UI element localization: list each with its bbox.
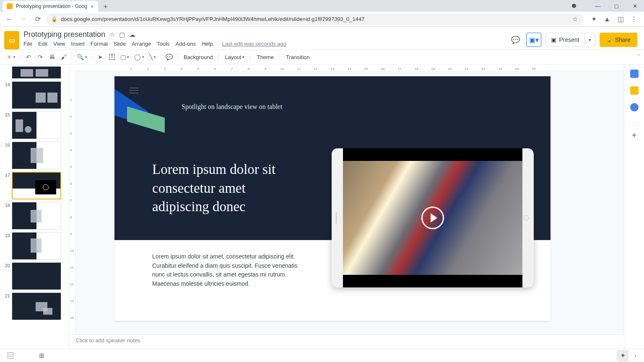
footer-bar: ⿳ ⊞ ✦ › (0, 349, 644, 362)
workspace: 14 15 16 17 18 19 20 21 1234567891011121… (0, 65, 644, 349)
calendar-icon[interactable] (630, 70, 639, 78)
share-button[interactable]: 🔒 Share (600, 33, 637, 47)
thumb-13-partial[interactable] (12, 66, 61, 79)
window-maximize[interactable]: ◻ (607, 0, 626, 12)
cloud-status-icon[interactable]: ☁ (129, 31, 135, 39)
slide-canvas[interactable]: Spotlight on landscape view on tablet Lo… (114, 76, 551, 321)
slide-heading[interactable]: Lorem ipsum dolor sit consectetur amet a… (152, 160, 275, 216)
menu-slide[interactable]: Slide (114, 41, 126, 47)
present-button[interactable]: ▣ Present (546, 33, 584, 47)
filmstrip-view-icon[interactable]: ⿳ (8, 352, 14, 359)
move-icon[interactable]: ▢ (119, 31, 125, 39)
horizontal-ruler: 1234567891011121314151617181920212223242… (69, 65, 624, 71)
thumb-21[interactable] (12, 292, 61, 320)
bookmark-star-icon[interactable]: ☆ (572, 16, 578, 23)
present-button-group: ▣ Present ▾ (545, 33, 595, 47)
lock-icon: 🔒 (51, 16, 57, 22)
shape-tool[interactable]: ◯▾ (132, 52, 146, 62)
thumb-16[interactable] (12, 142, 61, 169)
profile-avatar[interactable] (572, 4, 576, 8)
tablet-screen (343, 148, 522, 287)
toolbar: ＋▾ ↶ ↷ 🖶 🖌 🔍▾ ➤ 🅃 ▢▾ ◯▾ ╲▾ 💬 Background … (0, 49, 644, 65)
nav-forward-icon[interactable]: → (18, 13, 29, 25)
print-button[interactable]: 🖶 (47, 52, 57, 62)
extension-item-icon[interactable]: ▲ (603, 15, 611, 23)
account-icon[interactable]: ◫ (616, 15, 625, 23)
speaker-notes[interactable]: Click to add speaker notes (69, 334, 624, 349)
new-tab-button[interactable]: + (101, 2, 111, 12)
menu-help[interactable]: Help (202, 41, 213, 47)
url-text: docs.google.com/presentation/d/1cUuRKewg… (61, 16, 364, 22)
window-controls: — ◻ ✕ (572, 0, 644, 12)
present-icon: ▣ (551, 36, 556, 43)
thumb-19[interactable] (12, 232, 61, 260)
keep-icon[interactable] (630, 86, 639, 95)
select-tool[interactable]: ➤ (95, 52, 106, 62)
filmstrip[interactable]: 14 15 16 17 18 19 20 21 (0, 65, 69, 349)
chrome-menu-icon[interactable]: ⋮ (630, 15, 638, 23)
paint-format-button[interactable]: 🖌 (58, 52, 69, 62)
sidebar-collapse-icon[interactable]: › (634, 352, 636, 359)
zoom-button[interactable]: 🔍▾ (75, 52, 89, 62)
layout-button[interactable]: Layout▾ (221, 52, 248, 62)
omnibox[interactable]: 🔒 docs.google.com/presentation/d/1cUuRKe… (46, 13, 583, 25)
grid-view-icon[interactable]: ⊞ (39, 352, 44, 359)
thumb-17[interactable] (12, 172, 61, 199)
present-with-meet-icon[interactable]: ▣▾ (526, 33, 541, 47)
tasks-icon[interactable] (630, 103, 639, 111)
window-close[interactable]: ✕ (626, 0, 644, 12)
undo-button[interactable]: ↶ (23, 52, 34, 62)
star-icon[interactable]: ☆ (109, 31, 115, 39)
nav-reload-icon[interactable]: ⟳ (32, 13, 44, 25)
slides-favicon (7, 3, 13, 9)
nav-back-icon[interactable]: ← (3, 13, 15, 25)
tab-close-icon[interactable]: × (91, 3, 94, 10)
menu-edit[interactable]: Edit (38, 41, 47, 47)
tablet-frame[interactable] (332, 148, 534, 287)
present-dropdown[interactable]: ▾ (585, 37, 595, 43)
menu-file[interactable]: File (23, 41, 32, 47)
browser-window: Prototyping presentation - Goog × + — ◻ … (0, 0, 644, 362)
canvas-area: 1234567891011121314151617181920212223242… (69, 65, 624, 349)
image-tool[interactable]: ▢▾ (118, 52, 131, 62)
menu-insert[interactable]: Insert (71, 41, 85, 47)
theme-button[interactable]: Theme (253, 52, 277, 62)
thumb-15[interactable] (12, 111, 61, 139)
extensions-icon[interactable]: ✦ (589, 15, 598, 23)
thumb-20[interactable] (12, 262, 61, 290)
thumb-18[interactable] (12, 202, 61, 230)
play-button-icon[interactable] (421, 207, 444, 229)
lock-icon: 🔒 (606, 37, 613, 43)
hamburger-icon (129, 88, 138, 93)
menu-tools[interactable]: Tools (157, 41, 169, 47)
slide-subtitle[interactable]: Spotlight on landscape view on tablet (182, 103, 282, 111)
menu-view[interactable]: View (53, 41, 65, 47)
app-header: ▭ Prototyping presentation ☆ ▢ ☁ File Ed… (0, 27, 644, 49)
vertical-ruler: 1234567891011121314 (69, 71, 76, 349)
line-tool[interactable]: ╲▾ (147, 52, 158, 62)
add-addon-icon[interactable]: + (630, 131, 639, 140)
edit-status[interactable]: Last edit was seconds ago (222, 41, 286, 47)
thumb-14[interactable] (12, 81, 61, 109)
doc-title[interactable]: Prototyping presentation (23, 30, 105, 39)
background-button[interactable]: Background (180, 52, 216, 62)
slides-logo[interactable]: ▭ (4, 31, 19, 49)
side-panel: + (624, 65, 644, 349)
menu-addons[interactable]: Add-ons (176, 41, 196, 47)
slides-app: ▭ Prototyping presentation ☆ ▢ ☁ File Ed… (0, 27, 644, 362)
comments-icon[interactable]: 💬 (509, 33, 522, 47)
menu-arrange[interactable]: Arrange (132, 41, 151, 47)
menu-format[interactable]: Format (91, 41, 108, 47)
browser-tab[interactable]: Prototyping presentation - Goog × (3, 1, 98, 12)
new-slide-button[interactable]: ＋▾ (4, 52, 18, 62)
tab-title: Prototyping presentation - Goog (16, 3, 87, 9)
transition-button[interactable]: Transition (283, 52, 313, 62)
slide-body-text[interactable]: Lorem ipsum dolor sit amet, consectetur … (152, 252, 307, 289)
textbox-tool[interactable]: 🅃 (106, 52, 117, 62)
explore-button[interactable]: ✦ (617, 350, 628, 362)
address-bar: ← → ⟳ 🔒 docs.google.com/presentation/d/1… (0, 12, 644, 27)
redo-button[interactable]: ↷ (35, 52, 46, 62)
comment-tool[interactable]: 💬 (164, 52, 175, 62)
window-minimize[interactable]: — (589, 0, 607, 12)
collapse-toolbar-icon[interactable]: ˆ (638, 54, 640, 60)
